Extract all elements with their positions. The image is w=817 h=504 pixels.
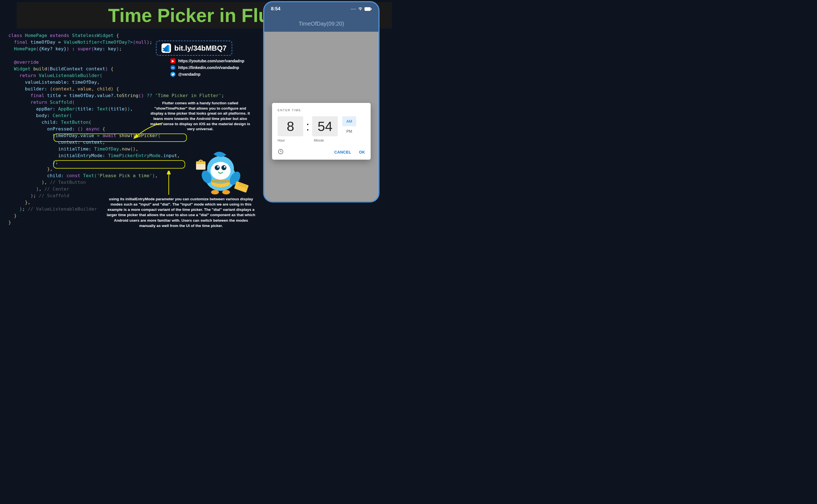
- linkedin-icon: in: [170, 65, 175, 70]
- am-toggle[interactable]: AM: [342, 116, 356, 126]
- builder-label: builder:: [25, 86, 47, 92]
- ctor: HomePage: [14, 46, 36, 51]
- field-timeofday: timeOfDay: [30, 39, 55, 45]
- kw-super: super: [77, 46, 91, 51]
- callout-bottom: using its initialEntryMode parameter you…: [106, 196, 256, 228]
- str-btn: 'Please Pick a time': [97, 173, 152, 178]
- svg-point-6: [222, 165, 227, 170]
- comment-scaffold: // Scaffold: [39, 193, 69, 198]
- phone-appbar: TimeOfDay(09:20): [264, 16, 378, 32]
- time-picker-dialog: ENTER TIME 8 : 54 AM PM Hour Minute CANC…: [272, 103, 371, 160]
- type-stateless: StatelessWidget: [72, 33, 114, 38]
- init-label: initialTime:: [58, 146, 91, 152]
- minute-input[interactable]: 54: [312, 116, 338, 136]
- mode-label: initialEntryMode:: [58, 153, 105, 158]
- social-linkedin[interactable]: inhttps://linkedin.com/in/vandadnp: [170, 65, 244, 70]
- generic-close: ?>: [127, 39, 133, 45]
- link-text: bit.ly/34bMBQ7: [174, 44, 227, 53]
- wifi-icon: [358, 7, 363, 11]
- title-var: title: [47, 93, 61, 98]
- type-vlb: ValueListenableBuilder: [39, 73, 100, 78]
- twitter-icon: [170, 72, 175, 77]
- child-label2: child:: [47, 173, 64, 178]
- youtube-text: https://youtube.com/user/vandadnp: [178, 59, 244, 63]
- hour-input[interactable]: 8: [278, 116, 303, 136]
- vscode-icon: [161, 43, 171, 53]
- vl-label: valueListenable:: [25, 80, 69, 85]
- svg-point-7: [217, 166, 219, 168]
- child-label: child:: [41, 120, 58, 125]
- type-vn: ValueNotifier: [64, 39, 100, 45]
- type-tod2: TimeOfDay: [94, 146, 119, 152]
- fn-tostr: .toString: [114, 93, 138, 98]
- youtube-icon: ▶: [170, 58, 175, 63]
- svg-point-8: [224, 166, 226, 168]
- svg-rect-20: [371, 8, 372, 10]
- phone-statusbar: 8:54 •••••: [264, 2, 378, 16]
- async-sig: () async: [77, 126, 99, 132]
- comment-tb: // TextButton: [50, 180, 86, 185]
- svg-rect-15: [196, 161, 206, 164]
- body-label: body:: [36, 113, 50, 118]
- title-arg: title: [111, 106, 125, 112]
- clock-icon[interactable]: [278, 149, 284, 156]
- minute-label: Minute: [314, 139, 339, 142]
- svg-rect-19: [365, 7, 371, 11]
- override: @override: [14, 60, 39, 65]
- kw-final2: final: [30, 93, 44, 98]
- eq: =: [55, 39, 64, 45]
- type-tod: TimeOfDay: [102, 39, 127, 45]
- ok-button[interactable]: OK: [359, 150, 365, 154]
- type-appbar: AppBar: [58, 106, 75, 112]
- social-links: ▶https://youtube.com/user/vandadnp inhtt…: [170, 58, 244, 78]
- svg-rect-16: [234, 181, 249, 193]
- kw-return2: return: [30, 100, 47, 105]
- cellular-icon: •••••: [351, 8, 356, 10]
- str-fallback: 'Time Picker in Flutter': [155, 93, 222, 98]
- type-text2: Text: [83, 173, 94, 178]
- colon: :: [306, 116, 309, 136]
- hour-label: Hour: [278, 139, 303, 142]
- kw-const: const: [66, 173, 80, 178]
- pm-toggle[interactable]: PM: [342, 126, 356, 136]
- comment-center: // Center: [44, 186, 69, 192]
- svg-rect-9: [212, 180, 230, 182]
- type-scaffold: Scaffold: [50, 100, 72, 105]
- kw-return: return: [19, 73, 36, 78]
- type-text: Text: [97, 106, 108, 112]
- type-textbutton: TextButton: [61, 120, 88, 125]
- onpressed-label: onPressed:: [47, 126, 75, 132]
- twitter-text: @vandadnp: [178, 72, 200, 76]
- mode-type: TimePickerEntryMode: [108, 153, 161, 158]
- link-badge[interactable]: bit.ly/34bMBQ7: [156, 41, 232, 56]
- social-youtube[interactable]: ▶https://youtube.com/user/vandadnp: [170, 58, 244, 63]
- appbar-label: appBar:: [36, 106, 55, 112]
- param-ctx: BuildContext context: [50, 66, 105, 71]
- battery-icon: [365, 7, 372, 11]
- kw-final: final: [14, 39, 28, 45]
- linkedin-text: https://linkedin.com/in/vandadnp: [178, 65, 239, 70]
- svg-point-5: [215, 165, 220, 170]
- cancel-button[interactable]: CANCEL: [334, 150, 351, 154]
- type-center: Center: [53, 113, 69, 118]
- fn-now: .now: [119, 146, 130, 152]
- picker-title: ENTER TIME: [278, 108, 365, 112]
- class-name: HomePage: [25, 33, 47, 38]
- svg-point-10: [211, 190, 219, 194]
- vl-val: timeOfDay: [72, 80, 97, 85]
- key-param: {Key? key}: [39, 46, 66, 51]
- highlight-box-1: [53, 134, 187, 142]
- key-arg: key: key: [94, 46, 116, 51]
- kw-extends: extends: [50, 33, 69, 38]
- svg-point-11: [222, 190, 230, 194]
- mode-val: .input: [160, 153, 177, 158]
- kw-class: class: [8, 33, 22, 38]
- builder-sig: (context, value, child): [50, 86, 113, 92]
- social-twitter[interactable]: @vandadnp: [170, 72, 244, 77]
- kw-null: null: [135, 39, 147, 45]
- phone-mockup: 8:54 ••••• TimeOfDay(09:20) ENTER TIME 8…: [263, 1, 380, 202]
- highlight-box-2: [53, 160, 185, 169]
- comment-vlb: // ValueListenableBuilder: [28, 206, 97, 212]
- dash-mascot-icon: [187, 141, 251, 196]
- appbar-title: TimeOfDay(09:20): [299, 21, 344, 27]
